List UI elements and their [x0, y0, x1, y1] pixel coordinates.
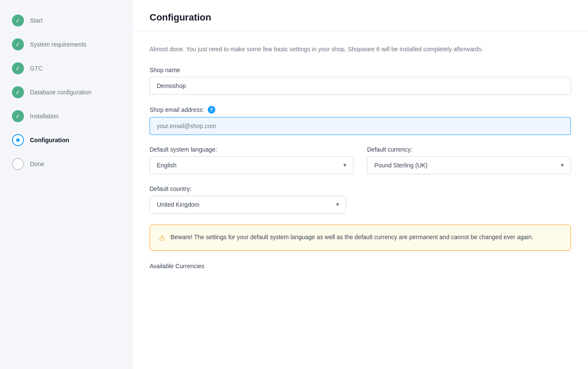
- sidebar-item-label-done: Done: [30, 161, 44, 167]
- main-header: Configuration: [132, 0, 588, 31]
- sidebar-item-label-system-requirements: System requirements: [30, 41, 86, 48]
- step-icon-system-requirements: ✓: [12, 38, 24, 50]
- sidebar-item-configuration[interactable]: Configuration: [0, 128, 132, 152]
- language-label: Default system language:: [150, 146, 353, 153]
- currency-label: Default currency:: [367, 146, 571, 153]
- sidebar-item-label-database-configuration: Database configuration: [30, 89, 91, 96]
- main-content: Configuration Almost done. You just need…: [132, 0, 588, 369]
- sidebar-item-gtc: ✓ GTC: [0, 56, 132, 80]
- currency-select[interactable]: Pound Sterling (UK) Euro US Dollar: [367, 156, 571, 174]
- sidebar-item-database-configuration: ✓ Database configuration: [0, 80, 132, 104]
- step-icon-installation: ✓: [12, 110, 24, 122]
- language-col: Default system language: English German …: [150, 146, 353, 174]
- help-icon[interactable]: ?: [208, 106, 215, 114]
- currency-col: Default currency: Pound Sterling (UK) Eu…: [367, 146, 571, 174]
- intro-text: Almost done. You just need to make some …: [150, 45, 571, 54]
- shop-email-group: Shop email address: ?: [150, 106, 571, 135]
- shop-name-label: Shop name: [150, 67, 571, 73]
- warning-box: ⚠ Beware! The settings for your default …: [150, 225, 571, 251]
- country-group: Default country: United Kingdom United S…: [150, 185, 346, 214]
- sidebar-item-label-start: Start: [30, 17, 43, 24]
- shop-name-group: Shop name: [150, 67, 571, 95]
- sidebar: ✓ Start ✓ System requirements ✓ GTC ✓ Da…: [0, 0, 132, 369]
- shop-name-input[interactable]: [150, 77, 571, 95]
- country-select-wrapper: United Kingdom United States Germany Fra…: [150, 196, 346, 214]
- page-title: Configuration: [150, 12, 571, 23]
- sidebar-item-installation: ✓ Installation: [0, 104, 132, 128]
- available-currencies-section: Available Currencies: [150, 263, 571, 269]
- step-icon-configuration: [12, 134, 24, 146]
- country-label: Default country:: [150, 185, 346, 192]
- step-icon-gtc: ✓: [12, 62, 24, 74]
- language-select-wrapper: English German French ▼: [150, 156, 353, 174]
- sidebar-item-label-gtc: GTC: [30, 65, 43, 72]
- sidebar-item-start: ✓ Start: [0, 9, 132, 32]
- currency-select-wrapper: Pound Sterling (UK) Euro US Dollar ▼: [367, 156, 571, 174]
- language-select[interactable]: English German French: [150, 156, 353, 174]
- shop-email-input[interactable]: [150, 117, 571, 135]
- warning-icon: ⚠: [159, 233, 165, 243]
- shop-email-label: Shop email address: ?: [150, 106, 571, 114]
- step-icon-start: ✓: [12, 15, 24, 26]
- sidebar-item-system-requirements: ✓ System requirements: [0, 32, 132, 56]
- step-icon-database-configuration: ✓: [12, 86, 24, 98]
- main-body: Almost done. You just need to make some …: [132, 31, 588, 283]
- step-icon-done: ○: [12, 158, 24, 170]
- sidebar-item-label-installation: Installation: [30, 113, 59, 120]
- sidebar-item-done: ○ Done: [0, 152, 132, 176]
- svg-point-0: [16, 138, 20, 142]
- available-currencies-label: Available Currencies: [150, 263, 204, 269]
- country-select[interactable]: United Kingdom United States Germany Fra…: [150, 196, 346, 214]
- language-currency-row: Default system language: English German …: [150, 146, 571, 174]
- sidebar-item-label-configuration: Configuration: [30, 137, 69, 144]
- warning-text: Beware! The settings for your default sy…: [171, 233, 533, 242]
